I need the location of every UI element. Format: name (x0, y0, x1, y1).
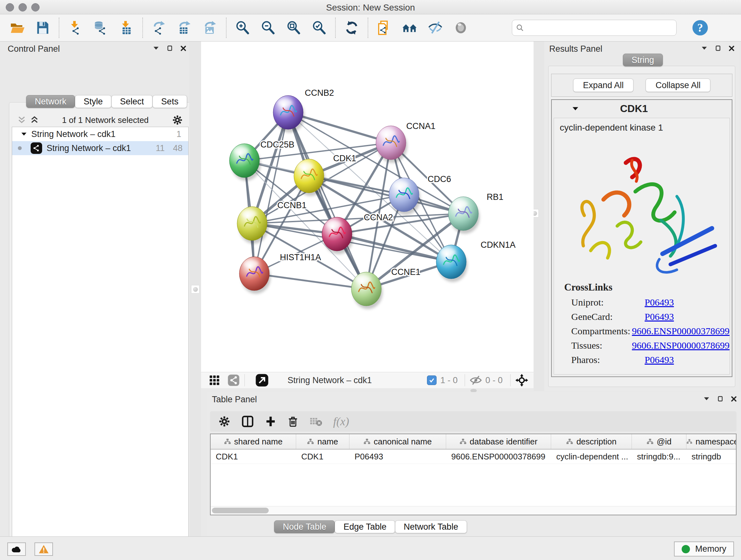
node-RB1[interactable] (448, 197, 480, 234)
node-CCNB2[interactable] (273, 96, 305, 132)
column-header-name[interactable]: name (296, 434, 349, 449)
cloud-button[interactable] (7, 543, 26, 556)
crosslink-label: Tissues: (571, 340, 632, 351)
table-cell[interactable]: cyclin-dependent ... (551, 449, 632, 463)
column-header-canonical-name[interactable]: canonical name (349, 434, 446, 449)
tab-edge-table[interactable]: Edge Table (335, 520, 395, 533)
string-view-icon[interactable] (227, 374, 240, 387)
crosslink-link[interactable]: 9606.ENSP00000378699 (632, 326, 730, 336)
network-row[interactable]: String Network – cdk1 11 48 (12, 141, 188, 155)
search-input[interactable] (524, 23, 672, 33)
table-cell[interactable]: stringdb (686, 449, 737, 463)
node-label-CCNA2: CCNA2 (364, 212, 393, 222)
column-header-database-identifier[interactable]: database identifier (446, 434, 551, 449)
tab-network-table[interactable]: Network Table (395, 520, 467, 533)
node-HIST1H1A[interactable] (239, 257, 271, 294)
node-label-CDKN1A: CDKN1A (481, 240, 516, 250)
panel-menu-icon[interactable] (153, 46, 159, 51)
column-header-description[interactable]: description (551, 434, 632, 449)
selected-checkbox-icon[interactable] (427, 375, 436, 385)
expand-all-icon[interactable] (30, 116, 39, 124)
node-CDK1[interactable] (294, 159, 325, 196)
clone-network-icon[interactable] (372, 16, 397, 39)
panel-float-icon[interactable] (167, 45, 172, 51)
crosslink-row: Compartments:9606.ENSP00000378699 (554, 324, 730, 338)
open-session-icon[interactable] (4, 16, 30, 39)
tab-node-table[interactable]: Node Table (274, 520, 335, 533)
open-view-icon[interactable] (255, 373, 269, 387)
export-image-icon[interactable] (197, 16, 223, 39)
tab-style[interactable]: Style (75, 95, 111, 108)
panel-menu-icon[interactable] (704, 396, 710, 401)
network-canvas[interactable]: CCNB2CCNA1CDC25BCDK1CDC6RB1CCNB1CCNA2CDK… (201, 42, 534, 372)
tab-select[interactable]: Select (111, 95, 152, 108)
collapse-all-icon[interactable] (17, 116, 26, 124)
import-network-file-icon[interactable] (63, 16, 88, 39)
edge-CCNB2-HIST1H1A[interactable] (254, 112, 288, 273)
table-cell[interactable]: CDK1 (296, 449, 349, 463)
export-table-icon[interactable] (172, 16, 197, 39)
column-header-shared-name[interactable]: shared name (211, 434, 296, 449)
network-collection-row[interactable]: String Network – cdk1 1 (12, 127, 188, 141)
show-all-icon[interactable] (448, 16, 474, 39)
tab-string[interactable]: String (623, 54, 663, 66)
panel-float-icon[interactable] (718, 396, 723, 401)
panel-close-icon[interactable] (731, 396, 737, 401)
search-icon (516, 23, 524, 32)
search-field[interactable] (512, 20, 677, 36)
fit-selected-icon[interactable] (515, 374, 529, 387)
column-header-namespace[interactable]: namespace (686, 434, 737, 449)
table-gear-icon[interactable] (218, 415, 230, 428)
table-cell[interactable]: 9606.ENSP00000378699 (446, 449, 551, 463)
import-table-file-icon[interactable] (114, 16, 139, 39)
warning-button[interactable] (35, 543, 53, 556)
node-label-CCNB2: CCNB2 (305, 88, 334, 98)
first-neighbors-icon[interactable] (397, 16, 422, 39)
save-session-icon[interactable] (30, 16, 56, 39)
panel-close-icon[interactable] (729, 46, 734, 51)
node-CCNA1[interactable] (376, 126, 407, 163)
table-cell[interactable]: CDK1 (211, 449, 296, 463)
gear-icon[interactable] (172, 115, 183, 125)
selected-counts: 1 - 0 (441, 375, 458, 385)
node-CCNE1[interactable] (351, 272, 383, 309)
crosslink-label: Uniprot: (571, 297, 645, 308)
collapse-all-button[interactable]: Collapse All (646, 78, 711, 92)
hide-selected-icon[interactable] (422, 16, 448, 39)
tab-sets[interactable]: Sets (152, 95, 187, 108)
panel-menu-icon[interactable] (701, 46, 707, 51)
memory-label: Memory (695, 544, 726, 554)
expand-all-button[interactable]: Expand All (573, 78, 634, 92)
zoom-selected-icon[interactable] (307, 16, 332, 39)
show-columns-icon[interactable] (241, 415, 254, 428)
crosslink-link[interactable]: 9606.ENSP00000378699 (632, 340, 730, 351)
column-header--id[interactable]: @id (632, 434, 686, 449)
refresh-icon[interactable] (339, 16, 364, 39)
crosslink-link[interactable]: P06493 (645, 354, 674, 365)
panel-float-icon[interactable] (716, 45, 721, 51)
panel-close-icon[interactable] (181, 46, 186, 51)
edge-HIST1H1A-CCNE1[interactable] (254, 273, 366, 289)
grid-view-icon[interactable] (209, 374, 220, 386)
collection-expanded-icon[interactable] (21, 132, 27, 136)
zoom-fit-icon[interactable] (281, 16, 307, 39)
help-icon[interactable]: ? (691, 19, 709, 37)
section-collapse-icon[interactable] (572, 106, 579, 111)
table-cell[interactable]: P06493 (349, 449, 446, 463)
table-row[interactable]: CDK1CDK1P064939606.ENSP00000378699cyclin… (211, 449, 736, 464)
node-CDKN1A[interactable] (436, 245, 468, 282)
crosslink-link[interactable]: P06493 (645, 311, 674, 322)
left-splitter-handle[interactable] (191, 285, 199, 294)
crosslink-link[interactable]: P06493 (645, 297, 674, 308)
table-hscrollbar[interactable] (211, 506, 736, 515)
delete-column-icon[interactable] (287, 415, 299, 428)
zoom-in-icon[interactable] (230, 16, 255, 39)
tab-network[interactable]: Network (26, 95, 75, 108)
memory-button[interactable]: Memory (674, 542, 734, 557)
node-CCNA2[interactable] (322, 217, 353, 254)
export-network-icon[interactable] (146, 16, 172, 39)
add-column-icon[interactable] (265, 416, 276, 427)
table-cell[interactable]: stringdb:9... (632, 449, 686, 463)
zoom-out-icon[interactable] (255, 16, 281, 39)
import-network-database-icon[interactable] (88, 16, 114, 39)
